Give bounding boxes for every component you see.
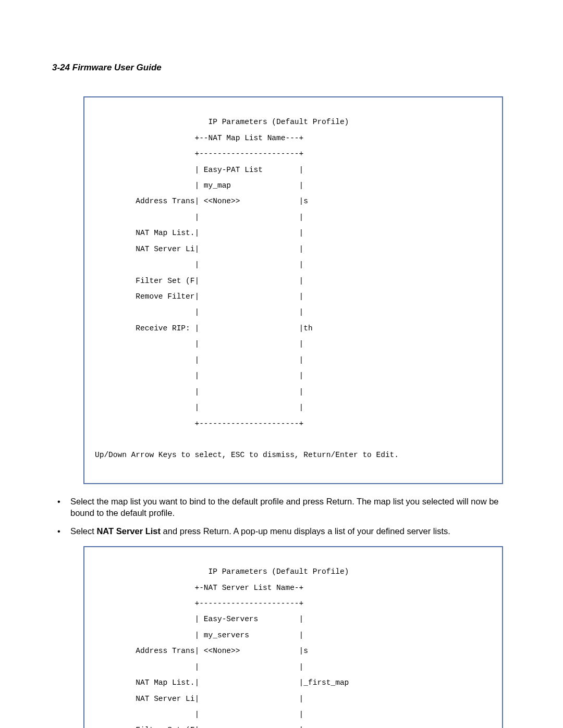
terminal-screenshot-1: IP Parameters (Default Profile) +--NAT M… — [83, 96, 503, 484]
term1-row-blank2: | | — [95, 261, 494, 269]
bullet-list-1: Select the map list you want to bind to … — [52, 496, 513, 537]
term1-popup-title-line: +--NAT Map List Name---+ — [95, 134, 494, 142]
term1-left-map: NAT Map List. — [136, 229, 194, 237]
term1-top-border-line: +----------------------+ — [95, 150, 494, 158]
term2-item1: Easy-Servers — [204, 615, 258, 623]
term1-left-server: NAT Server Li — [136, 245, 194, 253]
term2-popup-title-line: +-NAT Server List Name-+ — [95, 584, 494, 592]
term2-left-address: Address Trans — [136, 647, 194, 655]
page-header: 3-24 Firmware User Guide — [52, 63, 513, 73]
term2-row-blank2: | | — [95, 711, 494, 719]
term2-left-server: NAT Server Li — [136, 695, 194, 703]
term1-row-remove: Remove Filter| | — [95, 293, 494, 301]
page: 3-24 Firmware User Guide IP Parameters (… — [0, 0, 563, 728]
term1-right-th: th — [303, 324, 312, 332]
term2-row-address: Address Trans| <<None>> |s — [95, 647, 494, 655]
term2-row-map: NAT Map List.| |_first_map — [95, 679, 494, 687]
term2-row-item2: | my_servers | — [95, 632, 494, 639]
term2-top-border: +----------------------+ — [194, 599, 303, 608]
bullet-1a: Select the map list you want to bind to … — [52, 496, 513, 519]
page-title: Firmware User Guide — [72, 63, 162, 72]
term1-row-map: NAT Map List.| | — [95, 229, 494, 237]
term1-row-blank8: | | — [95, 404, 494, 412]
term1-right-s: s — [303, 197, 308, 205]
term2-row-server: NAT Server Li| | — [95, 695, 494, 703]
term1-row-blank1: | | — [95, 214, 494, 221]
term1-row-blank5: | | — [95, 356, 494, 364]
term1-row-blank3: | | — [95, 309, 494, 316]
term1-row-blank9 — [95, 436, 494, 443]
term2-title: IP Parameters (Default Profile) — [209, 567, 349, 576]
term1-row-filter: Filter Set (F| | — [95, 277, 494, 285]
term1-bottom-border-line: +----------------------+ — [95, 420, 494, 428]
term2-left-filter: Filter Set (F — [136, 726, 194, 728]
term2-top-border-line: +----------------------+ — [95, 600, 494, 608]
term1-help: Up/Down Arrow Keys to select, ESC to dis… — [95, 451, 399, 459]
term1-row-blank6: | | — [95, 372, 494, 380]
term1-title-line: IP Parameters (Default Profile) — [95, 118, 494, 126]
term1-popup-title: +--NAT Map List Name---+ — [194, 134, 303, 142]
term2-title-line: IP Parameters (Default Profile) — [95, 568, 494, 576]
bullet-1b-post: and press Return. A pop-up menu displays… — [161, 526, 450, 536]
bullet-1b-pre: Select — [70, 526, 96, 536]
bullet-1a-text: Select the map list you want to bind to … — [70, 497, 498, 517]
page-ref: 3-24 — [52, 63, 70, 72]
term1-help-line: Up/Down Arrow Keys to select, ESC to dis… — [95, 451, 494, 459]
term1-bottom-border: +----------------------+ — [194, 419, 303, 428]
term1-row-blank4: | | — [95, 340, 494, 348]
term2-right-first: _first_map — [303, 678, 349, 687]
term1-item1: Easy-PAT List — [204, 166, 263, 174]
term1-row-server: NAT Server Li| | — [95, 245, 494, 253]
bullet-1b: Select NAT Server List and press Return.… — [52, 525, 513, 537]
term1-row-blank7: | | — [95, 388, 494, 396]
term1-row-item1: | Easy-PAT List | — [95, 166, 494, 174]
term1-row-rip: Receive RIP: | |th — [95, 325, 494, 332]
term1-left-remove: Remove Filter — [136, 292, 194, 301]
bullet-1b-bold: NAT Server List — [96, 526, 161, 536]
term1-left-filter: Filter Set (F — [136, 277, 194, 285]
term2-item3: <<None>> — [204, 647, 240, 655]
term1-row-address: Address Trans| <<None>> |s — [95, 198, 494, 205]
term1-item2: my_map — [204, 181, 231, 190]
term2-item2: my_servers — [204, 631, 249, 639]
term2-popup-title: +-NAT Server List Name-+ — [194, 584, 303, 592]
term1-left-rip: Receive RIP: — [136, 324, 190, 332]
term2-row-blank1: | | — [95, 663, 494, 671]
term2-left-map: NAT Map List. — [136, 678, 194, 687]
term2-row-item1: | Easy-Servers | — [95, 615, 494, 623]
term1-top-border: +----------------------+ — [194, 150, 303, 158]
term1-row-item2: | my_map | — [95, 182, 494, 190]
term1-left-address: Address Trans — [136, 197, 194, 205]
term1-title: IP Parameters (Default Profile) — [209, 118, 349, 126]
term1-item3: <<None>> — [204, 197, 240, 205]
term2-right-s: s — [303, 647, 308, 655]
terminal-screenshot-2: IP Parameters (Default Profile) +-NAT Se… — [83, 546, 503, 728]
